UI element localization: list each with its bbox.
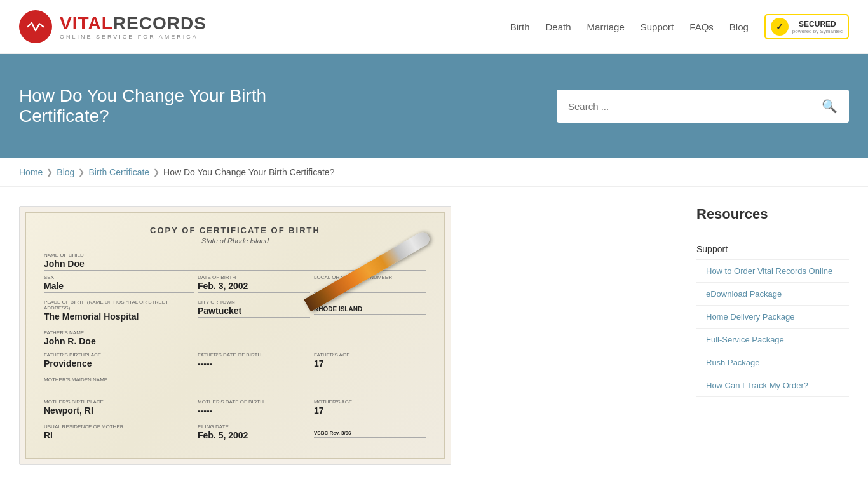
norton-text: SECURED powered by Symantec	[792, 20, 843, 34]
cert-place-value: The Memorial Hospital	[44, 311, 194, 323]
cert-mother-age-label: Mother's Age	[314, 399, 426, 405]
cert-mother-dob: Mother's Date of Birth -----	[198, 399, 310, 420]
cert-row-3: Place of Birth (Name of Hospital or Stre…	[44, 299, 426, 326]
nav-blog[interactable]: Blog	[729, 22, 749, 32]
sidebar-link-4[interactable]: Rush Package	[696, 351, 849, 374]
cert-place: Place of Birth (Name of Hospital or Stre…	[44, 299, 194, 326]
cert-mother-dob-value: -----	[198, 405, 310, 417]
sidebar-section-label: Support	[696, 239, 849, 259]
cert-mother-bp-value: Newport, RI	[44, 405, 194, 417]
right-sidebar: Resources Support How to Order Vital Rec…	[696, 206, 849, 465]
breadcrumb-sep-2: ❯	[78, 168, 85, 177]
logo-area: VITALRECORDS ONLINE SERVICE FOR AMERICA	[19, 10, 207, 43]
site-header: VITALRECORDS ONLINE SERVICE FOR AMERICA …	[0, 0, 868, 54]
cert-dob: Date of Birth Feb. 3, 2002	[198, 274, 310, 295]
cert-place-label: Place of Birth (Name of Hospital or Stre…	[44, 299, 194, 311]
cert-sex-label: Sex	[44, 274, 194, 280]
breadcrumb-sep-1: ❯	[46, 168, 53, 177]
page-title: How Do You Change Your Birth Certificate…	[19, 86, 324, 126]
cert-mother-age-value: 17	[314, 405, 426, 417]
logo-title: VITALRECORDS	[60, 13, 207, 34]
breadcrumb-birth-certificate[interactable]: Birth Certificate	[88, 167, 149, 177]
cert-father-bp-value: Providence	[44, 358, 194, 370]
sidebar-link-3[interactable]: Full-Service Package	[696, 329, 849, 351]
search-input[interactable]	[557, 101, 810, 112]
cert-vsbc-value: VSBC Rev. 3/96	[314, 430, 426, 438]
nav-support[interactable]: Support	[641, 22, 674, 32]
logo-icon	[19, 10, 52, 43]
cert-filing: Filing Date Feb. 5, 2002	[198, 424, 310, 445]
norton-badge: ✓ SECURED powered by Symantec	[764, 14, 849, 39]
cert-residence-value: RI	[44, 430, 194, 442]
cert-city-label: City or Town	[198, 299, 310, 305]
sidebar-link-1[interactable]: eDownload Package	[696, 283, 849, 306]
cert-dob-value: Feb. 3, 2002	[198, 281, 310, 293]
cert-father-name-value: John R. Doe	[44, 336, 426, 348]
sidebar-title: Resources	[696, 206, 849, 229]
cert-name-label: Name of Child	[44, 252, 426, 258]
logo-vital: VITAL	[60, 13, 113, 33]
cert-mother-bp-label: Mother's Birthplace	[44, 399, 194, 405]
cert-filing-label: Filing Date	[198, 424, 310, 430]
breadcrumb-current: How Do You Change Your Birth Certificate…	[163, 167, 334, 177]
cert-city-value: Pawtucket	[198, 306, 310, 318]
cert-paper: COPY OF CERTIFICATE OF BIRTH State of Rh…	[25, 212, 445, 459]
cert-vsbc: VSBC Rev. 3/96	[314, 424, 426, 445]
cert-dob-label: Date of Birth	[198, 274, 310, 280]
search-box: 🔍	[557, 90, 849, 123]
logo-text: VITALRECORDS ONLINE SERVICE FOR AMERICA	[60, 13, 207, 40]
cert-father-dob-value: -----	[198, 358, 310, 370]
cert-mother-birthplace: Mother's Birthplace Newport, RI	[44, 399, 194, 420]
svg-point-0	[23, 14, 48, 39]
breadcrumb-blog[interactable]: Blog	[57, 167, 74, 177]
cert-mother-dob-label: Mother's Date of Birth	[198, 399, 310, 405]
cert-father-name-row: Father's Name John R. Doe	[44, 330, 426, 348]
sidebar-link-2[interactable]: Home Delivery Package	[696, 306, 849, 329]
cert-state-value: RHODE ISLAND	[314, 306, 426, 315]
cert-mother-row-2: Mother's Birthplace Newport, RI Mother's…	[44, 399, 426, 420]
cert-father-row-2: Father's Birthplace Providence Father's …	[44, 352, 426, 373]
nav-faqs[interactable]: FAQs	[689, 22, 714, 32]
cert-residence: Usual Residence of Mother RI	[44, 424, 194, 445]
birth-certificate-image: COPY OF CERTIFICATE OF BIRTH State of Rh…	[19, 206, 451, 465]
hero-banner: How Do You Change Your Birth Certificate…	[0, 54, 868, 158]
cert-mother-age: Mother's Age 17	[314, 399, 426, 420]
main-nav: Birth Death Marriage Support FAQs Blog ✓…	[510, 14, 849, 39]
cert-subtitle: State of Rhode Island	[44, 237, 426, 245]
norton-check-icon: ✓	[771, 18, 789, 36]
cert-bottom-row: Usual Residence of Mother RI Filing Date…	[44, 424, 426, 445]
main-content: COPY OF CERTIFICATE OF BIRTH State of Rh…	[0, 187, 868, 484]
nav-birth[interactable]: Birth	[510, 22, 530, 32]
cert-father-dob: Father's Date of Birth -----	[198, 352, 310, 373]
norton-secured-label: SECURED	[792, 20, 843, 29]
cert-father-bp-label: Father's Birthplace	[44, 352, 194, 358]
cert-sex-value: Male	[44, 281, 194, 293]
search-button[interactable]: 🔍	[810, 90, 849, 123]
cert-filing-value: Feb. 5, 2002	[198, 430, 310, 442]
cert-title: COPY OF CERTIFICATE OF BIRTH	[44, 226, 426, 235]
sidebar-link-5[interactable]: How Can I Track My Order?	[696, 374, 849, 397]
symantec-label: powered by Symantec	[792, 29, 843, 34]
cert-father-age-label: Father's Age	[314, 352, 426, 358]
cert-father-age: Father's Age 17	[314, 352, 426, 373]
cert-mother-maiden-value	[44, 383, 426, 395]
cert-father-birthplace: Father's Birthplace Providence	[44, 352, 194, 373]
cert-father-name-label: Father's Name	[44, 330, 426, 336]
breadcrumb: Home ❯ Blog ❯ Birth Certificate ❯ How Do…	[0, 158, 868, 187]
cert-father-dob-label: Father's Date of Birth	[198, 352, 310, 358]
cert-sex: Sex Male	[44, 274, 194, 295]
breadcrumb-home[interactable]: Home	[19, 167, 43, 177]
cert-state: RHODE ISLAND	[314, 299, 426, 326]
logo-subtitle: ONLINE SERVICE FOR AMERICA	[60, 34, 207, 40]
nav-marriage[interactable]: Marriage	[587, 22, 625, 32]
cert-mother-maiden-label: Mother's Maiden Name	[44, 377, 426, 383]
nav-death[interactable]: Death	[546, 22, 571, 32]
logo-records: RECORDS	[113, 13, 207, 33]
breadcrumb-sep-3: ❯	[153, 168, 159, 177]
cert-city: City or Town Pawtucket	[198, 299, 310, 326]
sidebar-link-0[interactable]: How to Order Vital Records Online	[696, 260, 849, 283]
left-content: COPY OF CERTIFICATE OF BIRTH State of Rh…	[19, 206, 671, 465]
cert-mother-maiden-row: Mother's Maiden Name	[44, 377, 426, 395]
cert-residence-label: Usual Residence of Mother	[44, 424, 194, 430]
cert-father-age-value: 17	[314, 358, 426, 370]
